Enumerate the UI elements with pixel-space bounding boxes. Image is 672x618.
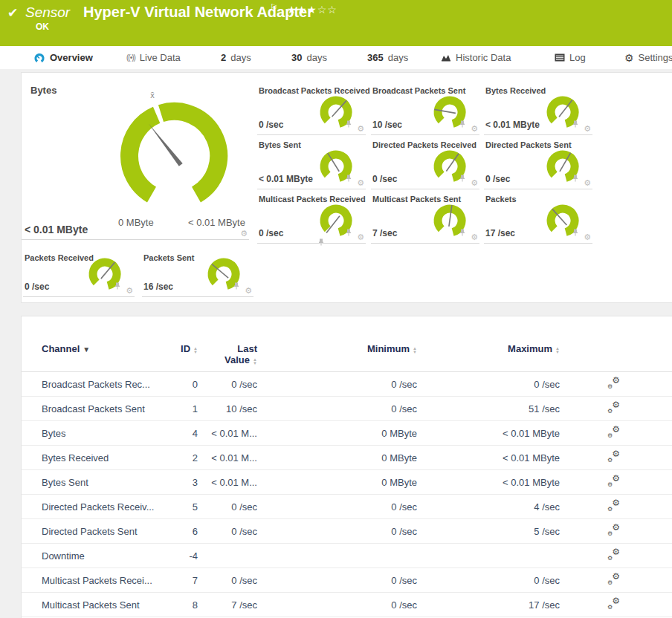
tab-historic-data[interactable]: Historic Data: [441, 46, 511, 69]
channel-name-cell[interactable]: Downtime: [42, 550, 172, 562]
tile-gear-icon[interactable]: ⚙: [245, 287, 252, 295]
channel-name-cell[interactable]: Multicast Packets Recei...: [42, 575, 172, 586]
tile-gear-icon[interactable]: ⚙: [357, 233, 364, 241]
channel-name-cell[interactable]: Directed Packets Sent: [42, 526, 172, 537]
channel-name-cell[interactable]: Multicast Packets Sent: [42, 599, 172, 611]
gauge-tile-multicast-packets-received[interactable]: Multicast Packets Received 0 /sec ⚙: [257, 189, 366, 244]
table-row[interactable]: Bytes 4 < 0.01 M... 0 MByte < 0.01 MByte…: [22, 421, 672, 446]
gauge-tile-broadcast-packets-received[interactable]: Broadcast Packets Received 0 /sec ⚙: [257, 81, 366, 135]
flag-icon[interactable]: ⚐: [270, 2, 278, 13]
tab-2-days-number: 2: [221, 52, 226, 63]
sensor-title: Hyper-V Virtual Network Adapter: [83, 4, 313, 21]
channel-id-cell: 0: [172, 379, 198, 390]
maximum-cell: 4 /sec: [417, 501, 560, 513]
channel-settings-icon[interactable]: ⚙⚙: [607, 549, 620, 560]
maximum-cell: 51 /sec: [417, 403, 560, 414]
tile-pin-icon[interactable]: [459, 229, 465, 236]
gauge-value: 16 /sec: [143, 282, 173, 292]
gauge-tile-broadcast-packets-sent[interactable]: Broadcast Packets Sent 10 /sec ⚙: [371, 81, 479, 135]
column-header-channel[interactable]: Channel▼: [42, 343, 172, 354]
tile-gear-icon[interactable]: ⚙: [471, 233, 478, 241]
channel-settings-icon[interactable]: ⚙⚙: [607, 426, 620, 438]
tab-365-days[interactable]: 365 days: [367, 46, 408, 69]
tab-overview[interactable]: Overview: [33, 46, 93, 69]
tile-gear-icon[interactable]: ⚙: [240, 230, 248, 238]
tile-gear-icon[interactable]: ⚙: [357, 179, 364, 187]
tile-gear-icon[interactable]: ⚙: [584, 179, 591, 187]
gauge-tile-packets-sent[interactable]: Packets Sent 16 /sec ⚙: [142, 248, 253, 297]
tab-2-days[interactable]: 2 days: [221, 46, 251, 69]
stars-filled[interactable]: ★★★: [287, 4, 317, 16]
tile-gear-icon[interactable]: ⚙: [126, 287, 133, 295]
channel-id-cell: 6: [172, 526, 198, 537]
table-row[interactable]: Downtime -4 ⚙⚙: [22, 544, 672, 568]
tab-live-data-label: Live Data: [140, 52, 181, 63]
table-row[interactable]: Broadcast Packets Rec... 0 0 /sec 0 /sec…: [22, 372, 672, 397]
last-value-cell: < 0.01 M...: [198, 452, 257, 464]
tile-gear-icon[interactable]: ⚙: [471, 179, 478, 187]
table-row[interactable]: Broadcast Packets Sent 1 10 /sec 0 /sec …: [22, 397, 672, 421]
channel-name-cell[interactable]: Bytes Sent: [42, 477, 172, 488]
tile-pin-icon[interactable]: [459, 120, 465, 128]
table-row[interactable]: Multicast Packets Sent 8 7 /sec 0 /sec 1…: [22, 593, 672, 617]
tile-pin-icon[interactable]: [346, 229, 352, 236]
maximum-cell: < 0.01 MByte: [417, 428, 560, 439]
gauge-tile-bytes-received[interactable]: Bytes Received < 0.01 MByte ⚙: [484, 81, 592, 135]
tile-gear-icon[interactable]: ⚙: [584, 233, 591, 241]
channel-name-cell[interactable]: Directed Packets Receiv...: [42, 501, 172, 513]
channel-settings-icon[interactable]: ⚙⚙: [607, 402, 620, 413]
table-row[interactable]: Directed Packets Receiv... 5 0 /sec 0 /s…: [22, 495, 672, 519]
column-header-id[interactable]: ID▲▼: [172, 343, 198, 354]
channel-id-cell: 3: [172, 477, 198, 488]
channel-name-cell[interactable]: Bytes Received: [42, 452, 172, 464]
gauge-title: Directed Packets Sent: [485, 140, 572, 149]
gauge-title: Bytes Received: [485, 86, 546, 95]
table-row[interactable]: Bytes Received 2 < 0.01 M... 0 MByte < 0…: [22, 446, 672, 470]
tile-pin-icon[interactable]: [459, 175, 465, 182]
column-header-maximum[interactable]: Maximum▲▼: [417, 343, 560, 354]
channel-settings-icon[interactable]: ⚙⚙: [607, 598, 620, 609]
tile-gear-icon[interactable]: ⚙: [584, 125, 591, 133]
tab-settings[interactable]: ⚙ Settings: [624, 46, 672, 69]
table-header-row: Channel▼ ID▲▼ LastValue▲▼ Minimum▲▼ Maxi…: [22, 316, 672, 372]
gauge-tile-packets[interactable]: Packets 17 /sec ⚙: [484, 189, 592, 244]
table-row[interactable]: Multicast Packets Recei... 7 0 /sec 0 /s…: [22, 568, 672, 593]
channel-id-cell: 8: [172, 599, 198, 611]
star-rating[interactable]: ★★★☆☆: [287, 4, 337, 16]
tab-bar: Overview ((•)) Live Data 2 days 30 days …: [0, 46, 672, 69]
tile-pin-icon[interactable]: [233, 282, 239, 290]
gauge-tile-multicast-packets-sent[interactable]: Multicast Packets Sent 7 /sec ⚙: [371, 189, 479, 244]
tile-pin-icon[interactable]: [114, 282, 120, 290]
tile-pin-icon[interactable]: [346, 175, 352, 182]
tile-pin-icon[interactable]: [572, 229, 578, 236]
channel-settings-icon[interactable]: ⚙⚙: [607, 475, 620, 487]
channel-name-cell[interactable]: Broadcast Packets Rec...: [42, 379, 172, 390]
channel-name-cell[interactable]: Bytes: [42, 428, 172, 439]
log-icon: [555, 53, 565, 62]
tab-log[interactable]: Log: [555, 46, 586, 69]
tile-pin-icon[interactable]: [346, 120, 352, 128]
tile-gear-icon[interactable]: ⚙: [357, 125, 364, 133]
channel-settings-icon[interactable]: ⚙⚙: [607, 500, 620, 511]
column-header-last-value[interactable]: LastValue▲▼: [198, 343, 257, 365]
tab-live-data[interactable]: ((•)) Live Data: [126, 46, 181, 69]
gauge-tile-bytes-sent[interactable]: Bytes Sent < 0.01 MByte ⚙: [257, 135, 366, 189]
table-row[interactable]: Bytes Sent 3 < 0.01 M... 0 MByte < 0.01 …: [22, 470, 672, 495]
gauge-tile-bytes[interactable]: Bytes x̄ 0 MByte < 0.01 MByte < 0.01 MBy…: [22, 73, 249, 240]
channel-id-cell: 7: [172, 575, 198, 586]
tab-30-days[interactable]: 30 days: [291, 46, 327, 69]
channel-settings-icon[interactable]: ⚙⚙: [607, 524, 620, 536]
channel-settings-icon[interactable]: ⚙⚙: [607, 573, 620, 585]
channel-name-cell[interactable]: Broadcast Packets Sent: [42, 403, 172, 414]
tile-pin-icon[interactable]: [572, 175, 578, 182]
gauge-tile-packets-received[interactable]: Packets Received 0 /sec ⚙: [23, 248, 135, 297]
tile-gear-icon[interactable]: ⚙: [471, 125, 478, 133]
gauge-tile-directed-packets-received[interactable]: Directed Packets Received 0 /sec ⚙: [371, 135, 479, 189]
channel-settings-icon[interactable]: ⚙⚙: [607, 451, 620, 462]
tile-pin-icon[interactable]: [572, 120, 578, 128]
gauge-tile-directed-packets-sent[interactable]: Directed Packets Sent 0 /sec ⚙: [484, 135, 592, 189]
table-row[interactable]: Directed Packets Sent 6 0 /sec 0 /sec 5 …: [22, 519, 672, 544]
column-header-minimum[interactable]: Minimum▲▼: [257, 343, 417, 354]
channel-settings-icon[interactable]: ⚙⚙: [607, 377, 620, 388]
stars-empty[interactable]: ☆☆: [317, 4, 337, 16]
